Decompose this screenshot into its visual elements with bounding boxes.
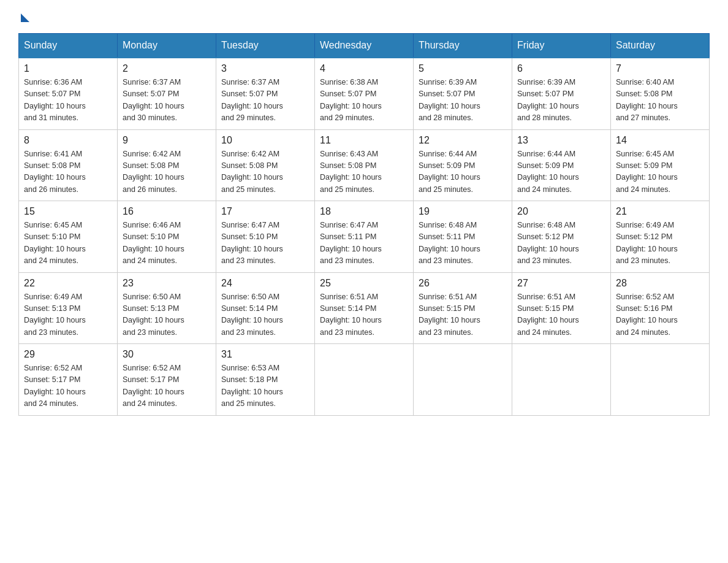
- day-info: Sunrise: 6:37 AMSunset: 5:07 PMDaylight:…: [123, 77, 211, 124]
- calendar-cell: [512, 344, 611, 416]
- day-number: 2: [123, 63, 211, 74]
- calendar-cell: 7 Sunrise: 6:40 AMSunset: 5:08 PMDayligh…: [611, 58, 710, 129]
- calendar-week-row: 15 Sunrise: 6:45 AMSunset: 5:10 PMDaylig…: [19, 201, 710, 273]
- day-number: 16: [123, 206, 211, 217]
- day-info: Sunrise: 6:44 AMSunset: 5:09 PMDaylight:…: [419, 148, 507, 196]
- day-number: 22: [24, 278, 112, 289]
- calendar-cell: 25 Sunrise: 6:51 AMSunset: 5:14 PMDaylig…: [315, 272, 414, 344]
- calendar-cell: 18 Sunrise: 6:47 AMSunset: 5:11 PMDaylig…: [315, 201, 414, 273]
- calendar-cell: 14 Sunrise: 6:45 AMSunset: 5:09 PMDaylig…: [611, 129, 710, 201]
- day-info: Sunrise: 6:52 AMSunset: 5:17 PMDaylight:…: [24, 362, 112, 410]
- day-number: 21: [616, 206, 704, 217]
- day-number: 15: [24, 206, 112, 217]
- day-number: 11: [320, 135, 408, 146]
- day-info: Sunrise: 6:39 AMSunset: 5:07 PMDaylight:…: [517, 77, 605, 124]
- day-info: Sunrise: 6:52 AMSunset: 5:17 PMDaylight:…: [123, 362, 211, 410]
- day-info: Sunrise: 6:48 AMSunset: 5:12 PMDaylight:…: [517, 220, 605, 267]
- day-info: Sunrise: 6:43 AMSunset: 5:08 PMDaylight:…: [320, 148, 408, 196]
- calendar-cell: 29 Sunrise: 6:52 AMSunset: 5:17 PMDaylig…: [19, 344, 118, 416]
- day-number: 18: [320, 206, 408, 217]
- calendar-cell: 31 Sunrise: 6:53 AMSunset: 5:18 PMDaylig…: [216, 344, 315, 416]
- calendar-cell: 12 Sunrise: 6:44 AMSunset: 5:09 PMDaylig…: [414, 129, 512, 201]
- day-info: Sunrise: 6:42 AMSunset: 5:08 PMDaylight:…: [221, 148, 309, 196]
- day-number: 14: [616, 135, 704, 146]
- day-info: Sunrise: 6:41 AMSunset: 5:08 PMDaylight:…: [24, 148, 112, 196]
- calendar-cell: 19 Sunrise: 6:48 AMSunset: 5:11 PMDaylig…: [414, 201, 512, 273]
- calendar-week-row: 8 Sunrise: 6:41 AMSunset: 5:08 PMDayligh…: [19, 129, 710, 201]
- day-info: Sunrise: 6:48 AMSunset: 5:11 PMDaylight:…: [419, 220, 507, 267]
- day-number: 1: [24, 63, 112, 74]
- calendar-header-row: SundayMondayTuesdayWednesdayThursdayFrid…: [19, 34, 710, 58]
- calendar-cell: 23 Sunrise: 6:50 AMSunset: 5:13 PMDaylig…: [118, 272, 216, 344]
- day-number: 24: [221, 278, 309, 289]
- page-header: [18, 12, 710, 21]
- day-info: Sunrise: 6:45 AMSunset: 5:09 PMDaylight:…: [616, 148, 704, 196]
- day-info: Sunrise: 6:40 AMSunset: 5:08 PMDaylight:…: [616, 77, 704, 124]
- day-number: 4: [320, 63, 408, 74]
- day-number: 12: [419, 135, 507, 146]
- day-number: 23: [123, 278, 211, 289]
- day-number: 31: [221, 349, 309, 360]
- day-number: 13: [517, 135, 605, 146]
- day-info: Sunrise: 6:46 AMSunset: 5:10 PMDaylight:…: [123, 220, 211, 267]
- day-info: Sunrise: 6:50 AMSunset: 5:14 PMDaylight:…: [221, 291, 309, 339]
- day-info: Sunrise: 6:49 AMSunset: 5:12 PMDaylight:…: [616, 220, 704, 267]
- day-info: Sunrise: 6:37 AMSunset: 5:07 PMDaylight:…: [221, 77, 309, 124]
- day-info: Sunrise: 6:49 AMSunset: 5:13 PMDaylight:…: [24, 291, 112, 339]
- calendar-cell: 4 Sunrise: 6:38 AMSunset: 5:07 PMDayligh…: [315, 58, 414, 129]
- column-header-thursday: Thursday: [414, 34, 512, 58]
- calendar-week-row: 29 Sunrise: 6:52 AMSunset: 5:17 PMDaylig…: [19, 344, 710, 416]
- day-number: 19: [419, 206, 507, 217]
- day-info: Sunrise: 6:36 AMSunset: 5:07 PMDaylight:…: [24, 77, 112, 124]
- day-number: 9: [123, 135, 211, 146]
- day-number: 30: [123, 349, 211, 360]
- calendar-cell: 3 Sunrise: 6:37 AMSunset: 5:07 PMDayligh…: [216, 58, 315, 129]
- calendar-week-row: 22 Sunrise: 6:49 AMSunset: 5:13 PMDaylig…: [19, 272, 710, 344]
- column-header-monday: Monday: [118, 34, 216, 58]
- calendar-cell: [315, 344, 414, 416]
- column-header-tuesday: Tuesday: [216, 34, 315, 58]
- column-header-saturday: Saturday: [611, 34, 710, 58]
- day-number: 27: [517, 278, 605, 289]
- day-info: Sunrise: 6:42 AMSunset: 5:08 PMDaylight:…: [123, 148, 211, 196]
- day-info: Sunrise: 6:53 AMSunset: 5:18 PMDaylight:…: [221, 362, 309, 410]
- calendar-cell: 28 Sunrise: 6:52 AMSunset: 5:16 PMDaylig…: [611, 272, 710, 344]
- calendar-cell: 21 Sunrise: 6:49 AMSunset: 5:12 PMDaylig…: [611, 201, 710, 273]
- logo: [18, 12, 29, 21]
- calendar-cell: [611, 344, 710, 416]
- calendar-cell: 1 Sunrise: 6:36 AMSunset: 5:07 PMDayligh…: [19, 58, 118, 129]
- calendar-cell: 13 Sunrise: 6:44 AMSunset: 5:09 PMDaylig…: [512, 129, 611, 201]
- calendar-cell: [414, 344, 512, 416]
- day-number: 17: [221, 206, 309, 217]
- calendar-cell: 15 Sunrise: 6:45 AMSunset: 5:10 PMDaylig…: [19, 201, 118, 273]
- day-number: 5: [419, 63, 507, 74]
- day-info: Sunrise: 6:38 AMSunset: 5:07 PMDaylight:…: [320, 77, 408, 124]
- calendar-cell: 22 Sunrise: 6:49 AMSunset: 5:13 PMDaylig…: [19, 272, 118, 344]
- day-number: 28: [616, 278, 704, 289]
- calendar-cell: 11 Sunrise: 6:43 AMSunset: 5:08 PMDaylig…: [315, 129, 414, 201]
- day-number: 29: [24, 349, 112, 360]
- day-info: Sunrise: 6:44 AMSunset: 5:09 PMDaylight:…: [517, 148, 605, 196]
- day-number: 8: [24, 135, 112, 146]
- calendar-cell: 2 Sunrise: 6:37 AMSunset: 5:07 PMDayligh…: [118, 58, 216, 129]
- day-number: 6: [517, 63, 605, 74]
- calendar-cell: 24 Sunrise: 6:50 AMSunset: 5:14 PMDaylig…: [216, 272, 315, 344]
- calendar-cell: 26 Sunrise: 6:51 AMSunset: 5:15 PMDaylig…: [414, 272, 512, 344]
- calendar-cell: 30 Sunrise: 6:52 AMSunset: 5:17 PMDaylig…: [118, 344, 216, 416]
- calendar-week-row: 1 Sunrise: 6:36 AMSunset: 5:07 PMDayligh…: [19, 58, 710, 129]
- day-info: Sunrise: 6:39 AMSunset: 5:07 PMDaylight:…: [419, 77, 507, 124]
- day-number: 3: [221, 63, 309, 74]
- day-info: Sunrise: 6:47 AMSunset: 5:11 PMDaylight:…: [320, 220, 408, 267]
- day-info: Sunrise: 6:50 AMSunset: 5:13 PMDaylight:…: [123, 291, 211, 339]
- day-info: Sunrise: 6:52 AMSunset: 5:16 PMDaylight:…: [616, 291, 704, 339]
- day-info: Sunrise: 6:45 AMSunset: 5:10 PMDaylight:…: [24, 220, 112, 267]
- day-info: Sunrise: 6:51 AMSunset: 5:14 PMDaylight:…: [320, 291, 408, 339]
- calendar-cell: 20 Sunrise: 6:48 AMSunset: 5:12 PMDaylig…: [512, 201, 611, 273]
- day-number: 10: [221, 135, 309, 146]
- day-number: 20: [517, 206, 605, 217]
- calendar-cell: 10 Sunrise: 6:42 AMSunset: 5:08 PMDaylig…: [216, 129, 315, 201]
- calendar-cell: 8 Sunrise: 6:41 AMSunset: 5:08 PMDayligh…: [19, 129, 118, 201]
- calendar-cell: 5 Sunrise: 6:39 AMSunset: 5:07 PMDayligh…: [414, 58, 512, 129]
- calendar-cell: 9 Sunrise: 6:42 AMSunset: 5:08 PMDayligh…: [118, 129, 216, 201]
- day-info: Sunrise: 6:51 AMSunset: 5:15 PMDaylight:…: [517, 291, 605, 339]
